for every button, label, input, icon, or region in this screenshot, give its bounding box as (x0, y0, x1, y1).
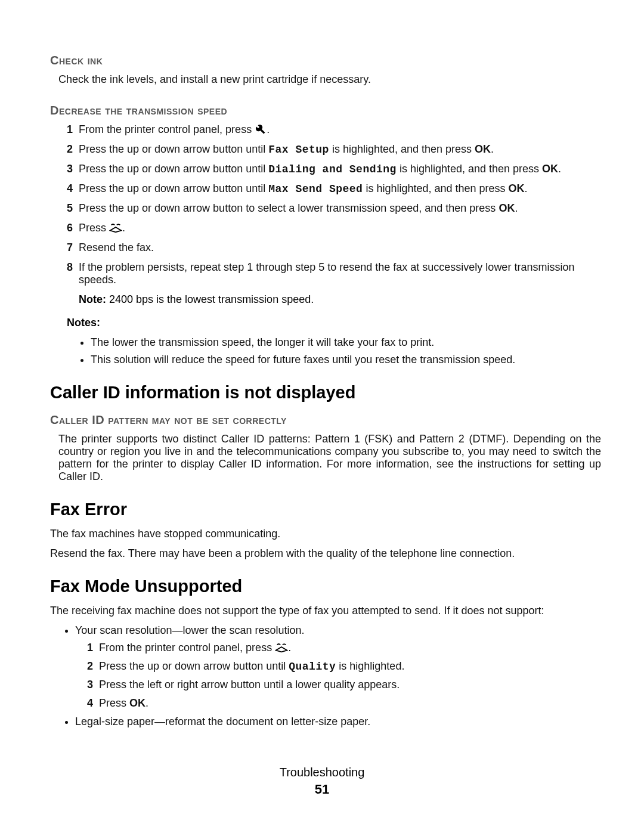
step-text: is highlighted. (336, 660, 404, 672)
step-text: Press the up or down arrow button until (79, 163, 268, 175)
note-label: Note: (79, 293, 106, 305)
step-text: . (491, 143, 494, 155)
term: Dialing and Sending (268, 163, 397, 175)
wrench-icon (255, 124, 267, 135)
fax-mode-bullets: Your scan resolution—lower the scan reso… (50, 624, 601, 728)
step-text: Resend the fax. (79, 241, 154, 253)
steps-decrease-speed: From the printer control panel, press . … (50, 123, 601, 286)
note-text: 2400 bps is the lowest transmission spee… (106, 293, 314, 305)
list-item: The lower the transmission speed, the lo… (91, 336, 601, 349)
text-caller-id: The printer supports two distinct Caller… (50, 433, 601, 483)
footer-page-number: 51 (0, 782, 644, 797)
step-text: Press the up or down arrow button until (79, 143, 268, 155)
fax-start-icon (275, 642, 288, 653)
list-item: Your scan resolution—lower the scan reso… (75, 624, 601, 710)
list-item: Press the up or down arrow button until … (67, 182, 601, 195)
ok-label: OK (499, 202, 515, 214)
ok-label: OK (542, 163, 558, 175)
list-item: Press . (67, 222, 601, 234)
list-item: Resend the fax. (67, 241, 601, 254)
notes-bullets: The lower the transmission speed, the lo… (50, 336, 601, 366)
step-text: . (558, 163, 561, 175)
list-item: If the problem persists, repeat step 1 t… (67, 261, 601, 286)
footer-chapter: Troubleshooting (0, 766, 644, 779)
step-text: . (267, 123, 270, 135)
step-text: If the problem persists, repeat step 1 t… (79, 261, 574, 286)
step-text: . (122, 222, 125, 234)
step-text: . (145, 697, 148, 709)
step-text: . (525, 182, 528, 194)
heading-check-ink: Check ink (50, 54, 601, 67)
heading-fax-mode: Fax Mode Unsupported (50, 577, 601, 596)
step-text: is highlighted, and then press (397, 163, 542, 175)
fax-start-icon (109, 222, 122, 233)
subheading-caller-id: Caller ID pattern may not be set correct… (50, 413, 601, 427)
step-text: . (515, 202, 518, 214)
list-item: Press the up or down arrow button until … (87, 660, 601, 673)
inner-steps: From the printer control panel, press . … (75, 642, 601, 710)
text-fax-error-2: Resend the fax. There may have been a pr… (50, 547, 601, 560)
step-text: Press the up or down arrow button until (99, 660, 289, 672)
step-text: is highlighted, and then press (363, 182, 508, 194)
list-item: This solution will reduce the speed for … (91, 354, 601, 366)
list-item: Press the up or down arrow button until … (67, 143, 601, 156)
step-text: . (288, 642, 291, 654)
list-item: From the printer control panel, press . (87, 642, 601, 654)
page-footer: Troubleshooting 51 (0, 766, 644, 797)
step-text: Press the up or down arrow button until (79, 182, 268, 194)
step-text: is highlighted, and then press (329, 143, 475, 155)
term: Quality (289, 661, 336, 673)
ok-label: OK (475, 143, 491, 155)
text-check-ink: Check the ink levels, and install a new … (50, 73, 601, 86)
step-text: Press (99, 697, 129, 709)
term: Max Send Speed (268, 183, 363, 195)
heading-fax-error: Fax Error (50, 500, 601, 519)
heading-caller-id: Caller ID information is not displayed (50, 383, 601, 402)
notes-heading: Notes: (50, 317, 601, 329)
heading-decrease-speed: Decrease the transmission speed (50, 104, 601, 117)
text-fax-error-1: The fax machines have stopped communicat… (50, 528, 601, 540)
list-item: Press the up or down arrow button until … (67, 163, 601, 175)
list-item: Press the up or down arrow button to sel… (67, 202, 601, 215)
list-item: Press OK. (87, 697, 601, 710)
list-item: Legal-size paper—reformat the document o… (75, 716, 601, 728)
step-text: Press (79, 222, 109, 234)
step-text: Press the up or down arrow button to sel… (79, 202, 499, 214)
step-text: Press the left or right arrow button unt… (99, 679, 400, 690)
ok-label: OK (129, 697, 145, 709)
page-content: Check ink Check the ink levels, and inst… (0, 0, 644, 728)
ok-label: OK (509, 182, 525, 194)
bullet-text: Legal-size paper—reformat the document o… (75, 716, 370, 727)
term: Fax Setup (268, 144, 329, 156)
step-text: From the printer control panel, press (79, 123, 255, 135)
bullet-text: Your scan resolution—lower the scan reso… (75, 624, 305, 636)
list-item: Press the left or right arrow button unt… (87, 679, 601, 691)
note-line: Note: 2400 bps is the lowest transmissio… (50, 293, 601, 306)
list-item: From the printer control panel, press . (67, 123, 601, 136)
step-text: From the printer control panel, press (99, 642, 275, 654)
text-fax-mode-intro: The receiving fax machine does not suppo… (50, 605, 601, 617)
